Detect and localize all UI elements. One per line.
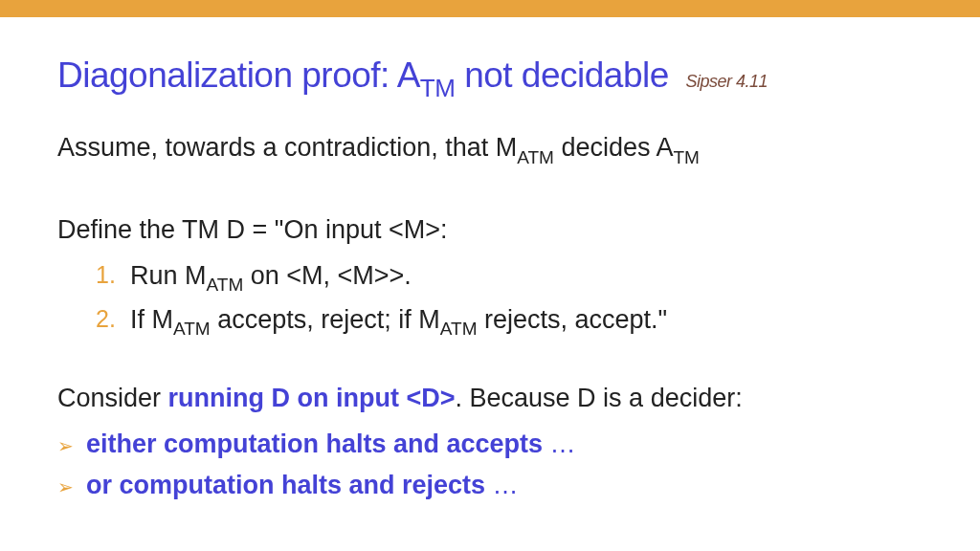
spacer	[57, 176, 923, 210]
define-line: Define the TM D = "On input <M>:	[57, 210, 923, 251]
subscript: TM	[674, 147, 700, 167]
text-fragment: rejects, accept."	[477, 305, 667, 334]
title-subscript: TM	[420, 74, 456, 102]
step-item-2: 2. If MATM accepts, reject; if MATM reje…	[96, 300, 923, 342]
emphasis-text: running D on input <D>	[168, 384, 456, 412]
accent-bar	[0, 0, 980, 17]
subscript: ATM	[440, 319, 478, 339]
title-part2: not decidable	[455, 55, 668, 95]
slide-title: Diagonalization proof: ATM not decidable…	[57, 55, 923, 101]
slide-body: Assume, towards a contradiction, that MA…	[57, 128, 923, 506]
outcome-item-accept: ➢ either computation halts and accepts …	[57, 425, 923, 465]
emphasis-text: either computation halts and accepts	[86, 430, 543, 458]
outcome-item-reject: ➢ or computation halts and rejects …	[57, 466, 923, 506]
text-fragment: Assume, towards a contradiction, that M	[57, 133, 517, 162]
step-item-1: 1. Run MATM on <M, <M>>.	[96, 256, 923, 298]
text-fragment: Run M	[130, 261, 207, 290]
ellipsis: …	[543, 430, 576, 458]
ellipsis: …	[485, 471, 519, 499]
subscript: ATM	[517, 147, 554, 167]
text-fragment: accepts, reject; if M	[211, 305, 440, 334]
title-part1: Diagonalization proof: A	[57, 55, 420, 95]
chevron-right-icon: ➢	[57, 473, 74, 502]
chevron-right-icon: ➢	[57, 431, 74, 461]
subscript: ATM	[173, 319, 211, 339]
step-number: 1.	[96, 256, 116, 294]
step-number: 2.	[96, 300, 116, 338]
step-list: 1. Run MATM on <M, <M>>. 2. If MATM acce…	[57, 256, 923, 342]
text-fragment: decides A	[554, 133, 674, 162]
spacer	[57, 344, 923, 379]
text-fragment: Consider	[57, 384, 168, 412]
emphasis-text: or computation halts and rejects	[86, 471, 485, 499]
subscript: ATM	[207, 275, 244, 295]
outcome-list: ➢ either computation halts and accepts ……	[57, 425, 923, 507]
text-fragment: on <M, <M>>.	[243, 261, 412, 290]
title-reference: Sipser 4.11	[686, 72, 768, 91]
consider-line: Consider running D on input <D>. Because…	[57, 379, 923, 419]
slide-content: Diagonalization proof: ATM not decidable…	[0, 17, 980, 527]
text-fragment: If M	[130, 305, 173, 334]
assumption-line: Assume, towards a contradiction, that MA…	[57, 128, 923, 170]
text-fragment: . Because D is a decider:	[456, 384, 743, 412]
